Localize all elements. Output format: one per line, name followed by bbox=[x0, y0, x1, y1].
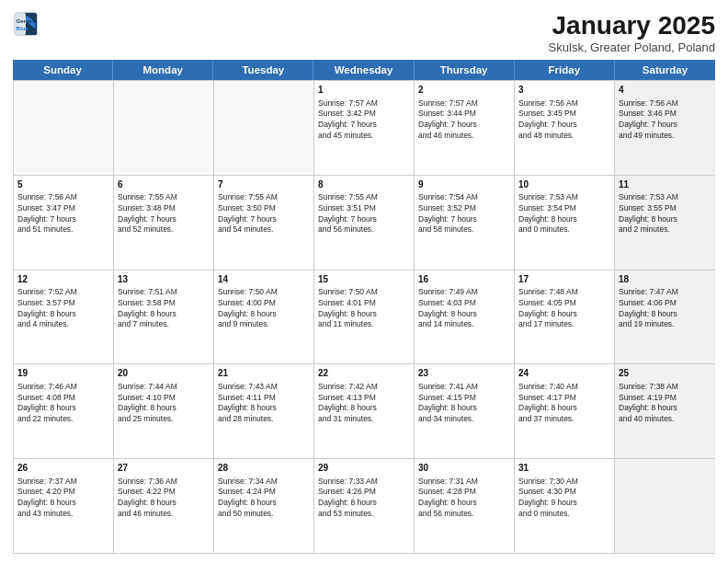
day-info: Sunrise: 7:51 AM Sunset: 3:58 PM Dayligh… bbox=[118, 287, 210, 330]
empty-cell-w0c2 bbox=[214, 81, 314, 175]
day-cell-28: 28Sunrise: 7:34 AM Sunset: 4:24 PM Dayli… bbox=[214, 459, 314, 553]
empty-cell-w0c1 bbox=[114, 81, 214, 175]
day-cell-24: 24Sunrise: 7:40 AM Sunset: 4:17 PM Dayli… bbox=[515, 364, 615, 458]
day-number: 20 bbox=[118, 367, 210, 380]
day-cell-4: 4Sunrise: 7:56 AM Sunset: 3:46 PM Daylig… bbox=[615, 81, 715, 175]
day-info: Sunrise: 7:33 AM Sunset: 4:26 PM Dayligh… bbox=[318, 477, 410, 520]
header: General Blue January 2025 Skulsk, Greate… bbox=[13, 11, 715, 54]
day-cell-11: 11Sunrise: 7:53 AM Sunset: 3:55 PM Dayli… bbox=[615, 176, 715, 270]
day-cell-9: 9Sunrise: 7:54 AM Sunset: 3:52 PM Daylig… bbox=[415, 176, 515, 270]
day-number: 16 bbox=[418, 273, 510, 286]
day-info: Sunrise: 7:54 AM Sunset: 3:52 PM Dayligh… bbox=[418, 192, 510, 236]
svg-text:Blue: Blue bbox=[17, 25, 29, 31]
empty-cell-w4c6 bbox=[615, 459, 715, 553]
day-info: Sunrise: 7:41 AM Sunset: 4:15 PM Dayligh… bbox=[418, 382, 510, 425]
logo: General Blue bbox=[13, 11, 39, 37]
header-day-tuesday: Tuesday bbox=[213, 60, 313, 80]
day-cell-19: 19Sunrise: 7:46 AM Sunset: 4:08 PM Dayli… bbox=[14, 364, 114, 458]
day-cell-8: 8Sunrise: 7:55 AM Sunset: 3:51 PM Daylig… bbox=[314, 176, 415, 270]
header-day-friday: Friday bbox=[515, 60, 615, 80]
calendar-title: January 2025 bbox=[549, 11, 715, 40]
day-number: 24 bbox=[518, 367, 610, 380]
calendar-body: 1Sunrise: 7:57 AM Sunset: 3:42 PM Daylig… bbox=[13, 80, 715, 554]
day-number: 4 bbox=[619, 84, 711, 97]
day-info: Sunrise: 7:46 AM Sunset: 4:08 PM Dayligh… bbox=[17, 382, 109, 425]
day-cell-15: 15Sunrise: 7:50 AM Sunset: 4:01 PM Dayli… bbox=[314, 270, 415, 364]
day-cell-20: 20Sunrise: 7:44 AM Sunset: 4:10 PM Dayli… bbox=[114, 364, 214, 458]
header-day-monday: Monday bbox=[113, 60, 213, 80]
day-info: Sunrise: 7:42 AM Sunset: 4:13 PM Dayligh… bbox=[318, 382, 410, 425]
empty-cell-w0c0 bbox=[14, 81, 114, 175]
calendar-subtitle: Skulsk, Greater Poland, Poland bbox=[549, 40, 715, 54]
header-day-saturday: Saturday bbox=[615, 60, 715, 80]
day-info: Sunrise: 7:52 AM Sunset: 3:57 PM Dayligh… bbox=[17, 287, 109, 330]
week-3: 12Sunrise: 7:52 AM Sunset: 3:57 PM Dayli… bbox=[14, 270, 715, 364]
day-info: Sunrise: 7:55 AM Sunset: 3:51 PM Dayligh… bbox=[318, 192, 410, 236]
day-number: 7 bbox=[218, 178, 310, 191]
day-number: 8 bbox=[318, 178, 410, 191]
day-info: Sunrise: 7:30 AM Sunset: 4:30 PM Dayligh… bbox=[518, 477, 610, 520]
day-cell-23: 23Sunrise: 7:41 AM Sunset: 4:15 PM Dayli… bbox=[415, 364, 515, 458]
header-day-sunday: Sunday bbox=[13, 60, 113, 80]
day-info: Sunrise: 7:40 AM Sunset: 4:17 PM Dayligh… bbox=[518, 382, 610, 425]
day-cell-10: 10Sunrise: 7:53 AM Sunset: 3:54 PM Dayli… bbox=[515, 176, 615, 270]
day-cell-14: 14Sunrise: 7:50 AM Sunset: 4:00 PM Dayli… bbox=[214, 270, 314, 364]
day-info: Sunrise: 7:48 AM Sunset: 4:05 PM Dayligh… bbox=[518, 287, 610, 330]
day-number: 25 bbox=[619, 367, 711, 380]
calendar: SundayMondayTuesdayWednesdayThursdayFrid… bbox=[13, 60, 715, 554]
day-number: 2 bbox=[418, 84, 510, 97]
day-cell-25: 25Sunrise: 7:38 AM Sunset: 4:19 PM Dayli… bbox=[615, 364, 715, 458]
week-4: 19Sunrise: 7:46 AM Sunset: 4:08 PM Dayli… bbox=[14, 363, 715, 458]
week-2: 5Sunrise: 7:56 AM Sunset: 3:47 PM Daylig… bbox=[14, 175, 715, 270]
day-info: Sunrise: 7:34 AM Sunset: 4:24 PM Dayligh… bbox=[218, 477, 310, 520]
day-number: 21 bbox=[218, 367, 310, 380]
day-info: Sunrise: 7:36 AM Sunset: 4:22 PM Dayligh… bbox=[118, 477, 210, 520]
day-info: Sunrise: 7:56 AM Sunset: 3:46 PM Dayligh… bbox=[619, 98, 711, 142]
day-number: 29 bbox=[318, 462, 410, 475]
day-number: 17 bbox=[518, 273, 610, 286]
day-info: Sunrise: 7:49 AM Sunset: 4:03 PM Dayligh… bbox=[418, 287, 510, 330]
day-cell-5: 5Sunrise: 7:56 AM Sunset: 3:47 PM Daylig… bbox=[14, 176, 114, 270]
day-number: 15 bbox=[318, 273, 410, 286]
title-block: January 2025 Skulsk, Greater Poland, Pol… bbox=[549, 11, 715, 54]
day-cell-22: 22Sunrise: 7:42 AM Sunset: 4:13 PM Dayli… bbox=[314, 364, 415, 458]
day-info: Sunrise: 7:55 AM Sunset: 3:48 PM Dayligh… bbox=[118, 192, 210, 236]
day-number: 9 bbox=[418, 178, 510, 191]
day-cell-26: 26Sunrise: 7:37 AM Sunset: 4:20 PM Dayli… bbox=[14, 459, 114, 553]
day-number: 22 bbox=[318, 367, 410, 380]
day-cell-6: 6Sunrise: 7:55 AM Sunset: 3:48 PM Daylig… bbox=[114, 176, 214, 270]
day-info: Sunrise: 7:56 AM Sunset: 3:47 PM Dayligh… bbox=[17, 192, 109, 236]
day-cell-16: 16Sunrise: 7:49 AM Sunset: 4:03 PM Dayli… bbox=[415, 270, 515, 364]
svg-text:General: General bbox=[17, 17, 38, 24]
day-number: 10 bbox=[518, 178, 610, 191]
page: General Blue January 2025 Skulsk, Greate… bbox=[0, 0, 728, 563]
day-number: 3 bbox=[518, 84, 610, 97]
day-info: Sunrise: 7:38 AM Sunset: 4:19 PM Dayligh… bbox=[619, 382, 711, 425]
day-cell-12: 12Sunrise: 7:52 AM Sunset: 3:57 PM Dayli… bbox=[14, 270, 114, 364]
day-cell-29: 29Sunrise: 7:33 AM Sunset: 4:26 PM Dayli… bbox=[314, 459, 415, 553]
day-info: Sunrise: 7:55 AM Sunset: 3:50 PM Dayligh… bbox=[218, 192, 310, 236]
day-number: 12 bbox=[17, 273, 109, 286]
day-number: 26 bbox=[17, 462, 109, 475]
day-info: Sunrise: 7:57 AM Sunset: 3:42 PM Dayligh… bbox=[318, 98, 410, 142]
day-number: 18 bbox=[619, 273, 711, 286]
calendar-header: SundayMondayTuesdayWednesdayThursdayFrid… bbox=[13, 60, 715, 80]
week-1: 1Sunrise: 7:57 AM Sunset: 3:42 PM Daylig… bbox=[14, 80, 715, 175]
day-cell-17: 17Sunrise: 7:48 AM Sunset: 4:05 PM Dayli… bbox=[515, 270, 615, 364]
day-number: 13 bbox=[118, 273, 210, 286]
day-number: 5 bbox=[17, 178, 109, 191]
day-info: Sunrise: 7:53 AM Sunset: 3:54 PM Dayligh… bbox=[518, 192, 610, 236]
week-5: 26Sunrise: 7:37 AM Sunset: 4:20 PM Dayli… bbox=[14, 458, 715, 553]
day-number: 23 bbox=[418, 367, 510, 380]
day-cell-7: 7Sunrise: 7:55 AM Sunset: 3:50 PM Daylig… bbox=[214, 176, 314, 270]
day-cell-13: 13Sunrise: 7:51 AM Sunset: 3:58 PM Dayli… bbox=[114, 270, 214, 364]
day-number: 14 bbox=[218, 273, 310, 286]
day-number: 31 bbox=[518, 462, 610, 475]
day-info: Sunrise: 7:43 AM Sunset: 4:11 PM Dayligh… bbox=[218, 382, 310, 425]
day-cell-31: 31Sunrise: 7:30 AM Sunset: 4:30 PM Dayli… bbox=[515, 459, 615, 553]
day-number: 1 bbox=[318, 84, 410, 97]
day-cell-3: 3Sunrise: 7:56 AM Sunset: 3:45 PM Daylig… bbox=[515, 81, 615, 175]
day-info: Sunrise: 7:31 AM Sunset: 4:28 PM Dayligh… bbox=[418, 477, 510, 520]
day-info: Sunrise: 7:37 AM Sunset: 4:20 PM Dayligh… bbox=[17, 477, 109, 520]
day-info: Sunrise: 7:56 AM Sunset: 3:45 PM Dayligh… bbox=[518, 98, 610, 142]
